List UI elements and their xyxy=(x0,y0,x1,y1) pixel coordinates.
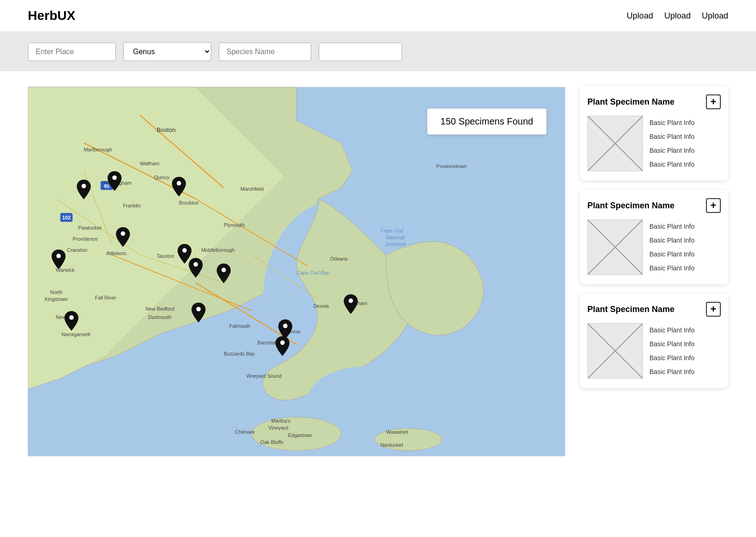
svg-text:Seashore: Seashore xyxy=(385,241,407,247)
plant-card-1-info-4: Basic Plant Info xyxy=(649,159,721,169)
plant-card-2-add-button[interactable]: + xyxy=(706,198,721,213)
svg-text:Waltham: Waltham xyxy=(140,161,159,166)
svg-text:Nantucket: Nantucket xyxy=(380,442,403,448)
plant-card-2-image xyxy=(587,219,643,275)
svg-text:Cranston: Cranston xyxy=(67,247,88,253)
plant-card-2-title: Plant Specimen Name xyxy=(587,201,674,211)
specimens-found-badge: 150 Specimens Found xyxy=(427,108,547,135)
species-input[interactable] xyxy=(219,43,311,61)
plant-card-1-body: Basic Plant Info Basic Plant Info Basic … xyxy=(587,116,721,171)
plant-card-2-header: Plant Specimen Name + xyxy=(587,198,721,213)
svg-point-70 xyxy=(221,268,226,272)
svg-text:Taunton: Taunton xyxy=(157,253,175,259)
svg-text:Dartmouth: Dartmouth xyxy=(148,314,172,320)
plant-card-3-header: Plant Specimen Name + xyxy=(587,302,721,317)
plant-card-3-info-2: Basic Plant Info xyxy=(649,339,721,349)
genus-select[interactable]: Genus Rosa Quercus Acer Pinus xyxy=(123,42,211,61)
svg-text:Orleans: Orleans xyxy=(330,256,348,262)
main-content: 95 102 Boston Marlborough Framingham Wal… xyxy=(0,71,756,472)
svg-point-67 xyxy=(121,231,126,236)
svg-text:Brockton: Brockton xyxy=(179,200,199,206)
svg-text:Franklin: Franklin xyxy=(123,203,141,208)
svg-text:Attleboro: Attleboro xyxy=(106,250,126,256)
svg-point-71 xyxy=(57,254,61,258)
plant-card-1-add-button[interactable]: + xyxy=(706,94,721,109)
plant-card-1-header: Plant Specimen Name + xyxy=(587,94,721,109)
svg-text:Fall River: Fall River xyxy=(95,295,116,300)
svg-text:Vineyard Sound: Vineyard Sound xyxy=(246,373,282,379)
svg-point-74 xyxy=(283,324,288,328)
plant-card-2-info: Basic Plant Info Basic Plant Info Basic … xyxy=(649,219,721,275)
svg-text:Falmouth: Falmouth xyxy=(229,323,250,329)
plant-card-1-info-3: Basic Plant Info xyxy=(649,145,721,156)
plant-card-2-body: Basic Plant Info Basic Plant Info Basic … xyxy=(587,219,721,275)
svg-text:Dennis: Dennis xyxy=(313,303,329,309)
specimen-sidebar: Plant Specimen Name + Basic Plant Info B… xyxy=(580,86,728,457)
svg-text:National: National xyxy=(386,235,404,240)
svg-text:New Bedford: New Bedford xyxy=(145,306,175,312)
plant-card-1-info-2: Basic Plant Info xyxy=(649,131,721,142)
svg-text:Martha's: Martha's xyxy=(271,418,291,424)
svg-point-68 xyxy=(183,248,187,253)
svg-point-76 xyxy=(348,299,353,303)
app-logo: HerbUX xyxy=(28,8,76,23)
place-input[interactable] xyxy=(28,43,116,61)
plant-card-3-info-1: Basic Plant Info xyxy=(649,325,721,335)
plant-card-1-info: Basic Plant Info Basic Plant Info Basic … xyxy=(649,116,721,171)
plant-card-3-info-4: Basic Plant Info xyxy=(649,367,721,377)
plant-card-3-image xyxy=(587,323,643,379)
plant-card-3-title: Plant Specimen Name xyxy=(587,305,674,314)
svg-text:Kingstown: Kingstown xyxy=(44,296,68,302)
plant-card-1-info-1: Basic Plant Info xyxy=(649,118,721,128)
search-bar: Genus Rosa Quercus Acer Pinus xyxy=(0,32,756,71)
svg-text:Plymouth: Plymouth xyxy=(224,222,245,228)
svg-text:102: 102 xyxy=(62,215,70,220)
map-container[interactable]: 95 102 Boston Marlborough Framingham Wal… xyxy=(28,86,565,457)
extra-search-input[interactable] xyxy=(319,43,402,61)
header-actions: Upload Upload Upload xyxy=(627,11,728,21)
svg-text:Boston: Boston xyxy=(157,126,176,133)
svg-text:North: North xyxy=(50,289,63,295)
plant-card-2-info-1: Basic Plant Info xyxy=(649,221,721,231)
svg-text:Cape Cod Bay: Cape Cod Bay xyxy=(296,270,329,275)
plant-card-1-title: Plant Specimen Name xyxy=(587,97,674,107)
svg-text:Buzzards Bay: Buzzards Bay xyxy=(224,351,255,356)
svg-text:Middleborough: Middleborough xyxy=(202,247,235,253)
svg-point-69 xyxy=(194,262,198,267)
svg-text:Providence: Providence xyxy=(73,236,98,242)
svg-text:Cape Cod: Cape Cod xyxy=(380,228,403,233)
plant-card-1: Plant Specimen Name + Basic Plant Info B… xyxy=(580,86,728,181)
svg-text:Chilmark: Chilmark xyxy=(235,429,255,435)
plant-card-2-info-2: Basic Plant Info xyxy=(649,235,721,245)
app-header: HerbUX Upload Upload Upload xyxy=(0,0,756,32)
plant-card-2-info-4: Basic Plant Info xyxy=(649,263,721,273)
svg-text:Vineyard: Vineyard xyxy=(269,425,289,431)
svg-point-64 xyxy=(112,175,117,180)
svg-text:Narragansett: Narragansett xyxy=(62,331,91,337)
svg-point-73 xyxy=(196,307,201,312)
plant-card-3-add-button[interactable]: + xyxy=(706,302,721,317)
plant-card-3-body: Basic Plant Info Basic Plant Info Basic … xyxy=(587,323,721,379)
plant-card-3: Plant Specimen Name + Basic Plant Info B… xyxy=(580,293,728,388)
svg-text:Pawtucket: Pawtucket xyxy=(78,225,101,231)
svg-text:Marlborough: Marlborough xyxy=(84,147,112,152)
plant-card-3-info: Basic Plant Info Basic Plant Info Basic … xyxy=(649,323,721,379)
svg-text:Provincetown: Provincetown xyxy=(436,163,466,169)
svg-text:Quincy: Quincy xyxy=(154,175,170,180)
svg-text:Marshfield: Marshfield xyxy=(240,186,264,192)
svg-point-75 xyxy=(280,340,285,345)
svg-point-65 xyxy=(82,184,86,188)
svg-point-72 xyxy=(69,315,74,320)
upload-button-1[interactable]: Upload xyxy=(627,11,653,21)
svg-text:Wauwinet: Wauwinet xyxy=(386,429,408,435)
upload-button-2[interactable]: Upload xyxy=(664,11,691,21)
svg-text:Edgartown: Edgartown xyxy=(288,432,312,438)
plant-card-1-image xyxy=(587,116,643,171)
plant-card-2: Plant Specimen Name + Basic Plant Info B… xyxy=(580,190,728,284)
svg-point-66 xyxy=(176,181,181,186)
upload-button-3[interactable]: Upload xyxy=(702,11,728,21)
plant-card-3-info-3: Basic Plant Info xyxy=(649,353,721,363)
plant-card-2-info-3: Basic Plant Info xyxy=(649,249,721,259)
svg-text:Oak Bluffs: Oak Bluffs xyxy=(260,439,283,445)
